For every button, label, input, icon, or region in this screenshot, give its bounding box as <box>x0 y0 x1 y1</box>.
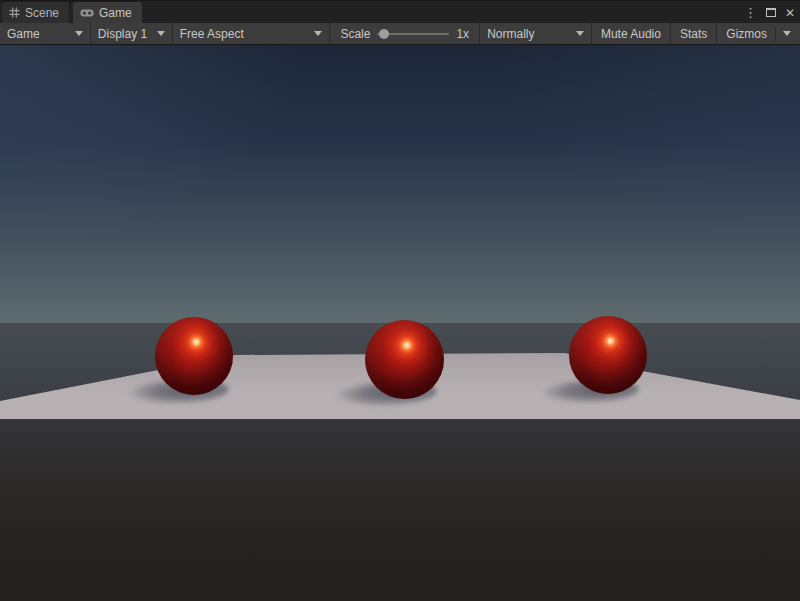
tab-scene-label: Scene <box>25 6 59 20</box>
game-view-toolbar: Game Display 1 Free Aspect Scale 1x Norm… <box>0 23 800 45</box>
unity-game-window: Scene Game ⋮ ✕ Game Display 1 <box>0 0 800 601</box>
maximize-icon[interactable] <box>766 8 776 17</box>
kebab-menu-icon[interactable]: ⋮ <box>744 6 757 19</box>
scale-slider[interactable] <box>377 29 449 39</box>
grid-icon <box>9 7 20 18</box>
tab-scene[interactable]: Scene <box>2 2 69 23</box>
mute-audio-label: Mute Audio <box>601 27 661 41</box>
red-sphere <box>365 320 444 399</box>
display-label: Display 1 <box>98 27 147 41</box>
red-sphere <box>569 316 647 394</box>
window-controls: ⋮ ✕ <box>744 1 795 24</box>
view-mode-label: Game <box>7 27 40 41</box>
stats-button[interactable]: Stats <box>671 23 717 44</box>
chevron-down-icon <box>314 31 322 36</box>
mute-audio-button[interactable]: Mute Audio <box>592 23 671 44</box>
view-mode-dropdown[interactable]: Game <box>0 23 91 44</box>
aspect-ratio-dropdown[interactable]: Free Aspect <box>173 23 331 44</box>
red-sphere <box>155 317 233 395</box>
scale-label: Scale <box>340 27 370 41</box>
close-icon[interactable]: ✕ <box>785 7 795 19</box>
gamepad-icon <box>80 7 94 18</box>
display-dropdown[interactable]: Display 1 <box>91 23 173 44</box>
gizmos-label: Gizmos <box>726 27 767 41</box>
tab-game-label: Game <box>99 6 132 20</box>
stats-label: Stats <box>680 27 707 41</box>
tab-bar: Scene Game ⋮ ✕ <box>0 0 800 23</box>
tab-game[interactable]: Game <box>73 2 142 23</box>
chevron-down-icon <box>75 31 83 36</box>
chevron-down-icon <box>783 31 791 36</box>
aspect-ratio-label: Free Aspect <box>180 27 244 41</box>
scale-slider-handle[interactable] <box>379 29 389 39</box>
chevron-down-icon <box>157 31 165 36</box>
play-mode-dropdown[interactable]: Normally <box>479 23 592 44</box>
scale-control: Scale 1x <box>330 23 479 44</box>
scale-value: 1x <box>456 27 469 41</box>
game-viewport[interactable] <box>0 45 800 601</box>
skybox <box>0 45 800 323</box>
play-mode-label: Normally <box>487 27 534 41</box>
gizmos-dropdown[interactable]: Gizmos <box>717 23 800 44</box>
separator <box>775 27 776 41</box>
chevron-down-icon <box>576 31 584 36</box>
